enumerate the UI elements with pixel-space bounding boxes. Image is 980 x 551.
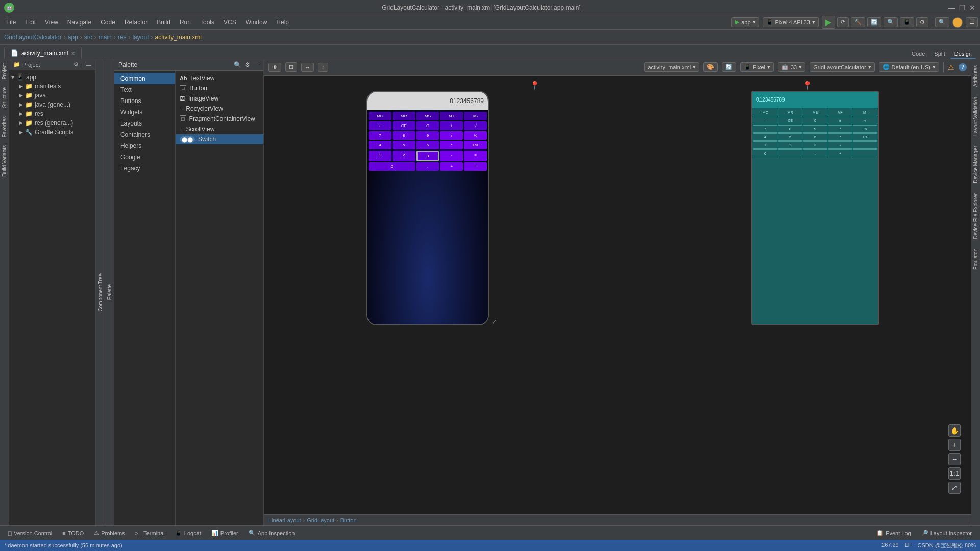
palette-cat-helpers[interactable]: Helpers — [114, 140, 175, 152]
sidebar-tab-structure[interactable]: Structure — [2, 87, 7, 108]
btn-sqrt[interactable]: √ — [464, 121, 487, 130]
t-btn-sqrt[interactable]: √ — [853, 117, 877, 124]
btn-mul[interactable]: * — [440, 141, 463, 149]
t-btn-6[interactable]: 6 — [803, 133, 827, 141]
t-btn-dot[interactable]: . — [803, 149, 827, 157]
menu-navigate[interactable]: Navigate — [63, 18, 95, 27]
tree-item-res[interactable]: ▶ 📁 res — [9, 109, 95, 118]
btn-sub[interactable]: - — [440, 151, 463, 161]
sidebar-tab-buildvariants[interactable]: Build Variants — [2, 145, 7, 177]
sync-button[interactable]: 🔄 — [867, 17, 881, 27]
palette-cat-layouts[interactable]: Layouts — [114, 118, 175, 129]
bottom-tab-logcat[interactable]: 📱 Logcat — [171, 529, 205, 537]
t-btn-2[interactable]: 2 — [778, 141, 802, 149]
btn-6[interactable]: 6 — [416, 141, 439, 149]
menu-run[interactable]: Run — [176, 18, 195, 27]
warning-icon[interactable]: ⚠ — [948, 63, 954, 71]
breadcrumb-layout[interactable]: layout — [132, 34, 149, 41]
btn-add[interactable]: + — [440, 162, 463, 171]
btn-5[interactable]: 5 — [393, 141, 415, 149]
menu-build[interactable]: Build — [153, 18, 175, 27]
menu-file[interactable]: File — [2, 18, 20, 27]
t-btn-1[interactable]: 1 — [753, 141, 777, 149]
close-button[interactable]: ✕ — [969, 4, 976, 11]
t-btn-sub[interactable]: - — [828, 141, 852, 149]
rsidebar-tab-attributes[interactable]: Attributes — [972, 61, 979, 91]
project-close-icon[interactable]: — — [86, 62, 91, 68]
locale-dropdown[interactable]: 🌐 Default (en-US) ▾ — [879, 62, 939, 72]
rsidebar-tab-device-file[interactable]: Device File Explorer — [972, 189, 979, 243]
close-tab-icon[interactable]: ✕ — [71, 51, 75, 56]
zoom-in-button[interactable]: + — [948, 439, 961, 451]
t-btn-mr[interactable]: MR — [778, 109, 802, 116]
btn-0[interactable]: 0 — [369, 162, 415, 171]
palette-cat-legacy[interactable]: Legacy — [114, 163, 175, 174]
palette-item-textview[interactable]: Ab TextView — [176, 73, 263, 83]
t-btn-inv[interactable]: 1/X — [853, 133, 877, 141]
tab-split[interactable]: Split — [930, 49, 949, 59]
t-btn-div[interactable]: / — [828, 125, 852, 133]
breadcrumb-project[interactable]: GridLayoutCalculator — [4, 34, 62, 41]
orientation-btn[interactable]: 🔄 — [722, 62, 736, 72]
t-btn-7[interactable]: 7 — [753, 125, 777, 133]
tree-item-app[interactable]: ▾ 📱 app — [9, 72, 95, 82]
btn-mplus[interactable]: M+ — [440, 112, 463, 120]
t-btn-ms[interactable]: MS — [803, 109, 827, 116]
hand-tool-button[interactable]: ✋ — [948, 424, 961, 437]
bottom-tab-problems[interactable]: ⚠ Problems — [90, 529, 129, 537]
blueprint-icon[interactable]: ⊞ — [285, 62, 297, 72]
palette-cat-containers[interactable]: Containers — [114, 129, 175, 140]
btn-2[interactable]: 2 — [393, 151, 415, 161]
t-btn-mul[interactable]: * — [828, 133, 852, 141]
t-btn-5[interactable]: 5 — [778, 133, 802, 141]
tab-design[interactable]: Design — [950, 49, 976, 59]
minimize-button[interactable]: — — [948, 4, 955, 11]
btn-4[interactable]: 4 — [369, 141, 391, 149]
menu-refactor[interactable]: Refactor — [120, 18, 152, 27]
t-btn-mplus[interactable]: M+ — [828, 109, 852, 116]
t-btn-8[interactable]: 8 — [778, 125, 802, 133]
zoom-vert-icon[interactable]: ↕ — [318, 63, 328, 72]
zoom-ratio-button[interactable]: 1:1 — [948, 467, 961, 480]
btn-3[interactable]: 3 — [416, 151, 439, 161]
btn-mminus[interactable]: M- — [464, 112, 487, 120]
btn-eq[interactable]: = — [464, 151, 487, 161]
bottom-tab-event-log[interactable]: 📋 Event Log — [872, 529, 915, 537]
rsidebar-tab-device-manager[interactable]: Device Manager — [972, 142, 979, 187]
menu-code[interactable]: Code — [96, 18, 119, 27]
btn-mc[interactable]: MC — [369, 112, 391, 120]
breadcrumb-main[interactable]: main — [99, 34, 112, 41]
btn-mr[interactable]: MR — [393, 112, 415, 120]
breadcrumb-res[interactable]: res — [118, 34, 127, 41]
t-btn-9[interactable]: 9 — [803, 125, 827, 133]
editor-tab-activity-main[interactable]: 📄 activity_main.xml ✕ — [4, 47, 82, 59]
t-btn-ce[interactable]: CE — [778, 117, 802, 124]
tab-code[interactable]: Code — [908, 49, 929, 59]
btn-pct[interactable]: % — [464, 131, 487, 140]
btn-plusminus[interactable]: ± — [440, 121, 463, 130]
palette-cat-buttons[interactable]: Buttons — [114, 95, 175, 107]
palette-item-button[interactable]: □ Button — [176, 83, 263, 93]
menu-help[interactable]: Help — [272, 18, 293, 27]
palette-minimize-icon[interactable]: — — [253, 61, 259, 68]
btn-back[interactable]: ← — [369, 121, 391, 130]
bc-gridlayout[interactable]: GridLayout — [307, 517, 334, 523]
tree-item-java[interactable]: ▶ 📁 java — [9, 91, 95, 100]
btn-ms[interactable]: MS — [416, 112, 439, 120]
avd-button[interactable]: 📱 — [900, 17, 914, 27]
bottom-tab-layout-inspector[interactable]: 🔎 Layout Inspector — [917, 529, 976, 537]
palette-sidebar-tab[interactable]: Palette — [105, 59, 114, 525]
bc-linearlayout[interactable]: LinearLayout — [268, 517, 301, 523]
palette-item-scrollview[interactable]: □ ScrollView — [176, 124, 263, 134]
bottom-tab-app-inspection[interactable]: 🔍 App Inspection — [244, 529, 299, 537]
btn-eq2[interactable]: = — [464, 162, 487, 171]
app-dropdown[interactable]: ▶ app ▾ — [731, 17, 759, 27]
settings-button[interactable]: ☰ — [966, 17, 978, 27]
palette-cat-common[interactable]: Common — [114, 73, 175, 84]
btn-7[interactable]: 7 — [369, 131, 391, 140]
rsidebar-tab-emulator[interactable]: Emulator — [972, 245, 979, 274]
search-button[interactable]: 🔍 — [935, 17, 949, 27]
palette-cat-text[interactable]: Text — [114, 84, 175, 95]
breadcrumb-src[interactable]: src — [84, 34, 92, 41]
btn-8[interactable]: 8 — [393, 131, 415, 140]
